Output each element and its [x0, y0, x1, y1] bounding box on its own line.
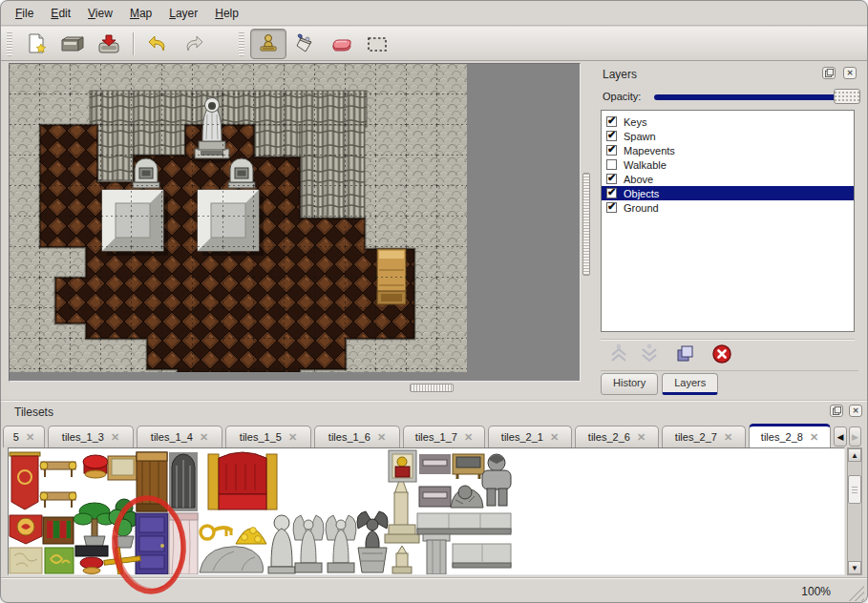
close-panel-button[interactable]: ✕ [843, 67, 857, 79]
layer-row-mapevents[interactable]: Mapevents [602, 143, 854, 157]
tile-angel-statue-2[interactable] [326, 515, 356, 572]
tab-close-icon[interactable]: ✕ [550, 432, 559, 443]
tile-purple-door[interactable] [136, 513, 168, 574]
float-panel-button[interactable] [822, 67, 836, 79]
duplicate-layer-button[interactable] [675, 343, 696, 364]
tileset-tab-tiles-2-7[interactable]: tiles_2_7✕ [662, 426, 746, 447]
tab-layers[interactable]: Layers [662, 373, 718, 395]
tab-scroll-left-button[interactable]: ◀ [834, 426, 847, 447]
map-canvas[interactable] [10, 64, 467, 372]
tileset-tab-5[interactable]: 5✕ [3, 426, 45, 447]
tile-gold-pile[interactable] [236, 528, 266, 544]
menu-help[interactable]: Help [206, 4, 247, 23]
delete-layer-button[interactable] [711, 343, 732, 364]
layer-row-spawn[interactable]: Spawn [602, 129, 854, 143]
opacity-slider-track[interactable] [654, 94, 858, 100]
map-vertical-scrollbar[interactable] [582, 173, 590, 276]
tab-close-icon[interactable]: ✕ [637, 432, 646, 443]
scroll-up-button[interactable]: ▲ [848, 448, 861, 462]
menu-file[interactable]: File [7, 4, 42, 23]
tile-red-crest-banner[interactable] [10, 515, 42, 544]
tile-bookshelf[interactable] [43, 517, 74, 544]
tileset-tab-tiles-1-3[interactable]: tiles_1_3✕ [48, 426, 134, 447]
tileset-tab-tiles-2-8[interactable]: tiles_2_8✕ [749, 424, 831, 447]
stamp-tool-button[interactable] [250, 29, 286, 59]
tile-gargoyle-statue[interactable] [357, 511, 388, 572]
tile-golden-key[interactable] [201, 526, 232, 539]
tile-obelisk[interactable] [385, 475, 419, 543]
float-tilesets-button[interactable] [830, 405, 843, 417]
resize-grip[interactable] [845, 582, 864, 601]
tileset-tab-tiles-2-1[interactable]: tiles_2_1✕ [488, 426, 572, 447]
tile-potted-plant[interactable] [109, 499, 138, 548]
tileset-tab-tiles-1-7[interactable]: tiles_1_7✕ [403, 426, 485, 447]
visibility-checkbox[interactable] [606, 131, 617, 141]
menu-view[interactable]: View [79, 4, 121, 23]
visibility-checkbox[interactable] [606, 188, 617, 198]
tab-close-icon[interactable]: ✕ [464, 432, 473, 443]
layer-row-keys[interactable]: Keys [602, 114, 854, 129]
tab-close-icon[interactable]: ✕ [111, 432, 119, 443]
toolbar-drag-handle-2[interactable] [239, 31, 244, 56]
new-map-button[interactable] [18, 29, 54, 59]
tile-hooded-statue[interactable] [268, 515, 295, 573]
tab-close-icon[interactable]: ✕ [200, 432, 208, 443]
open-map-button[interactable] [54, 29, 91, 59]
visibility-checkbox[interactable] [606, 174, 617, 184]
tile-wooden-sign[interactable] [453, 454, 484, 479]
tile-armor-pile[interactable] [451, 486, 483, 508]
menu-layer[interactable]: Layer [160, 4, 206, 23]
select-tool-button[interactable] [359, 29, 395, 59]
tile-red-banner[interactable] [10, 452, 40, 509]
undo-button[interactable] [139, 29, 176, 59]
layer-row-ground[interactable]: Ground [602, 200, 854, 215]
menu-map[interactable]: Map [121, 4, 160, 23]
tile-angel-statue[interactable] [293, 515, 324, 572]
tab-close-icon[interactable]: ✕ [810, 432, 818, 443]
raise-layer-button[interactable] [608, 343, 629, 364]
tile-stone-drawer-2[interactable] [419, 487, 451, 507]
tab-scroll-right-button[interactable]: ▶ [849, 426, 861, 447]
tileset-canvas[interactable] [8, 447, 845, 575]
lower-layer-button[interactable] [639, 343, 660, 364]
tile-beige-tapestry[interactable] [10, 548, 42, 573]
tile-palm-plant[interactable] [74, 503, 116, 548]
tile-obelisk-small[interactable] [392, 546, 412, 573]
tile-green-tapestry[interactable] [45, 548, 74, 573]
close-tilesets-button[interactable]: ✕ [849, 405, 862, 417]
tile-white-curtain[interactable] [169, 513, 198, 574]
tile-knight-armor[interactable] [482, 454, 511, 506]
visibility-checkbox[interactable] [606, 202, 617, 213]
tab-close-icon[interactable]: ✕ [377, 432, 386, 443]
tile-stone-pillar[interactable] [423, 534, 450, 574]
tile-stone-slab[interactable] [453, 544, 511, 568]
scrollbar-thumb[interactable] [848, 475, 861, 504]
save-map-button[interactable] [91, 29, 127, 59]
tile-king-portrait[interactable] [389, 450, 416, 482]
tileset-tab-tiles-1-5[interactable]: tiles_1_5✕ [225, 426, 311, 447]
tab-close-icon[interactable]: ✕ [288, 432, 297, 443]
tile-stone-platform-tiles[interactable] [417, 513, 511, 534]
visibility-checkbox[interactable] [606, 145, 617, 156]
redo-button[interactable] [176, 29, 212, 59]
eraser-tool-button[interactable] [323, 29, 359, 59]
tab-history[interactable]: History [601, 373, 658, 395]
map-horizontal-scrollbar[interactable] [410, 384, 454, 392]
scroll-down-button[interactable]: ▼ [848, 561, 861, 574]
tile-wooden-door[interactable] [137, 452, 167, 511]
tile-golden-cross[interactable] [104, 548, 140, 574]
tileset-tab-tiles-2-6[interactable]: tiles_2_6✕ [575, 426, 659, 447]
fill-tool-button[interactable] [286, 29, 323, 59]
tileset-tab-tiles-1-6[interactable]: tiles_1_6✕ [314, 426, 400, 447]
tile-weaving-loom[interactable] [40, 462, 76, 477]
visibility-checkbox[interactable] [606, 116, 617, 127]
layer-row-objects[interactable]: Objects [602, 186, 854, 200]
tile-red-stool[interactable] [83, 455, 108, 478]
tile-mirror[interactable] [108, 456, 138, 480]
layer-row-walkable[interactable]: Walkable [602, 157, 854, 172]
visibility-checkbox[interactable] [606, 159, 617, 170]
tile-weaving-loom-2[interactable] [40, 492, 76, 508]
toolbar-drag-handle[interactable] [7, 31, 12, 56]
tab-close-icon[interactable]: ✕ [724, 432, 732, 443]
tile-stone-drawer[interactable] [419, 454, 451, 474]
